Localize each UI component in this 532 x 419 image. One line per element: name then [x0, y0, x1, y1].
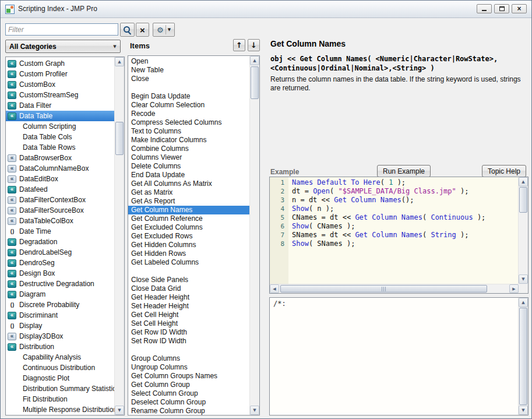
category-item[interactable]: «Custom Profiler: [6, 69, 114, 79]
scroll-down-button[interactable]: ▼: [519, 406, 528, 415]
items-list-item[interactable]: Select Column Group: [128, 389, 249, 398]
items-list-item[interactable]: Get Column Names: [128, 206, 249, 214]
items-list-item[interactable]: Get Labeled Columns: [128, 258, 249, 267]
category-item[interactable]: «Data Filter: [6, 100, 114, 111]
items-list-item[interactable]: Begin Data Update: [128, 92, 249, 101]
scroll-left-button[interactable]: ◀: [270, 284, 279, 293]
items-list-item[interactable]: Get As Report: [128, 197, 249, 206]
items-list-item[interactable]: Compress Selected Columns: [128, 118, 249, 127]
items-list-item[interactable]: Get Hidden Rows: [128, 249, 249, 258]
maximize-button[interactable]: [494, 4, 509, 13]
scroll-down-button[interactable]: ▼: [519, 274, 528, 284]
items-list-item[interactable]: Get Excluded Rows: [128, 232, 249, 241]
minimize-button[interactable]: [477, 4, 492, 13]
items-list-item[interactable]: Delete Columns: [128, 162, 249, 171]
scrollbar-thumb[interactable]: [251, 66, 259, 99]
category-item[interactable]: Continuous Distribution: [6, 362, 114, 373]
scrollbar-thumb[interactable]: [519, 308, 527, 405]
category-item[interactable]: «Distribution: [6, 341, 114, 352]
items-list-item[interactable]: Close: [128, 75, 249, 83]
items-list-item[interactable]: New Table: [128, 66, 249, 75]
category-item[interactable]: ( )Discrete Probability: [6, 300, 114, 310]
category-item[interactable]: Fit Distribution: [6, 394, 114, 404]
items-list-item[interactable]: Get as Matrix: [128, 188, 249, 197]
category-item[interactable]: «DataFilterContextBox: [6, 195, 114, 205]
example-code-editor[interactable]: 12345678 Names Default To Here( 1 );dt =…: [269, 177, 529, 294]
scrollbar-track[interactable]: [519, 186, 528, 274]
items-list-item[interactable]: Set Header Height: [128, 302, 249, 311]
run-example-button[interactable]: Run Example: [377, 165, 431, 177]
scrollbar-thumb[interactable]: [519, 187, 527, 213]
items-list-item[interactable]: Set Row ID Width: [128, 337, 249, 346]
category-item[interactable]: «Degradation: [6, 237, 114, 247]
code-vertical-scrollbar[interactable]: ▲ ▼: [518, 177, 528, 284]
items-list-item[interactable]: Text to Columns: [128, 127, 249, 136]
scroll-down-button[interactable]: ▼: [250, 406, 259, 415]
scroll-up-button[interactable]: ▲: [115, 57, 124, 66]
category-item[interactable]: «DataEditBox: [6, 174, 114, 184]
code-horizontal-scrollbar[interactable]: ◀ ▶: [270, 284, 519, 293]
scrollbar-track[interactable]: [115, 66, 124, 406]
category-item[interactable]: Diagnostic Plot: [6, 373, 114, 383]
items-list-item[interactable]: Get Hidden Columns: [128, 241, 249, 249]
scrollbar-thumb[interactable]: [280, 285, 487, 293]
category-item[interactable]: «Destructive Degradation: [6, 279, 114, 289]
scrollbar-track[interactable]: [279, 284, 509, 293]
category-item[interactable]: «Datafeed: [6, 184, 114, 195]
items-list-item[interactable]: Get Header Height: [128, 293, 249, 302]
items-list-item[interactable]: Get All Columns As Matrix: [128, 179, 249, 188]
category-item[interactable]: «Design Box: [6, 268, 114, 279]
category-item[interactable]: ( )Display: [6, 321, 114, 331]
items-list-item[interactable]: Get Row ID Width: [128, 328, 249, 337]
log-scrollbar[interactable]: ▲ ▼: [518, 298, 528, 415]
items-list-item[interactable]: Deselect Column Group: [128, 398, 249, 407]
close-button[interactable]: ×: [512, 4, 527, 13]
items-list-item[interactable]: Get Column Groups Names: [128, 372, 249, 381]
items-list-item[interactable]: Get Column Reference: [128, 214, 249, 223]
items-list-item[interactable]: Combine Columns: [128, 145, 249, 153]
scroll-up-button[interactable]: ▲: [519, 177, 528, 186]
category-item[interactable]: «DendroSeg: [6, 258, 114, 268]
move-up-button[interactable]: ↑: [233, 39, 245, 51]
category-item[interactable]: ( )Date Time: [6, 226, 114, 237]
items-list-item[interactable]: Open: [128, 57, 249, 66]
items-list-item[interactable]: Set Cell Height: [128, 319, 249, 328]
category-item[interactable]: Distribution Summary Statistics: [6, 383, 114, 394]
scroll-up-button[interactable]: ▲: [250, 56, 259, 65]
items-list-item[interactable]: End Data Update: [128, 171, 249, 179]
items-list-item[interactable]: Rename Column Group: [128, 407, 249, 415]
category-item[interactable]: «Diagram: [6, 289, 114, 300]
category-item[interactable]: Data Table Rows: [6, 142, 114, 153]
category-item[interactable]: «CustomStreamSeg: [6, 90, 114, 100]
items-list-item[interactable]: Group Columns: [128, 354, 249, 363]
items-list-item[interactable]: Close Data Grid: [128, 284, 249, 293]
scrollbar-track[interactable]: [250, 65, 259, 406]
category-item[interactable]: Data Table Cols: [6, 132, 114, 142]
search-button[interactable]: [120, 23, 135, 37]
category-item[interactable]: Column Scripting: [6, 121, 114, 132]
category-item[interactable]: «DataTableColBox: [6, 216, 114, 226]
category-item[interactable]: «Discriminant: [6, 310, 114, 321]
items-list-item[interactable]: Get Excluded Columns: [128, 223, 249, 232]
move-down-button[interactable]: ↓: [248, 39, 260, 51]
code-lines[interactable]: Names Default To Here( 1 );dt = Open( "$…: [292, 178, 517, 284]
items-list-item[interactable]: Clear Column Selection: [128, 101, 249, 110]
scroll-up-button[interactable]: ▲: [519, 298, 528, 307]
items-list-item[interactable]: Close Side Panels: [128, 276, 249, 284]
items-list-item[interactable]: Get Cell Height: [128, 311, 249, 319]
category-item[interactable]: Multiple Response Distribution: [6, 404, 114, 415]
scrollbar-thumb[interactable]: [115, 122, 124, 155]
log-panel[interactable]: /*: ▲ ▼: [269, 297, 529, 416]
clear-filter-button[interactable]: ×: [136, 23, 149, 37]
items-scrollbar[interactable]: ▲ ▼: [249, 56, 259, 415]
scroll-down-button[interactable]: ▼: [115, 406, 124, 415]
category-item[interactable]: «Custom Graph: [6, 58, 114, 69]
category-item[interactable]: «DataBrowserBox: [6, 153, 114, 163]
category-item[interactable]: «CustomBox: [6, 79, 114, 90]
settings-menu-button[interactable]: ⚙ ▼: [153, 23, 175, 37]
category-item[interactable]: «DendroLabelSeg: [6, 247, 114, 258]
category-item[interactable]: Capability Analysis: [6, 352, 114, 362]
items-list-item[interactable]: Get Column Group: [128, 381, 249, 389]
items-list-item[interactable]: Recode: [128, 110, 249, 118]
items-list-item[interactable]: Make Indicator Columns: [128, 136, 249, 145]
